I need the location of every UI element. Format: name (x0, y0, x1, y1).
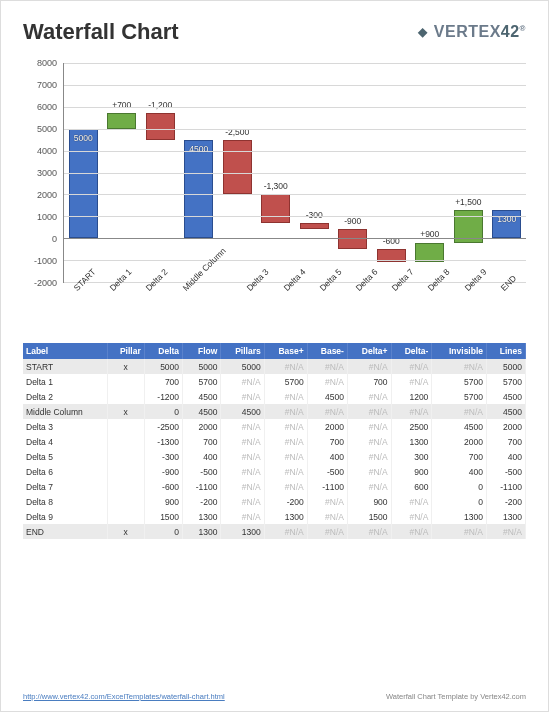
table-cell: -1200 (144, 389, 182, 404)
table-cell: x (107, 404, 144, 419)
table-cell: 700 (487, 434, 526, 449)
table-cell: 2000 (487, 419, 526, 434)
table-cell: -500 (487, 464, 526, 479)
table-cell: #N/A (347, 449, 391, 464)
table-cell: Delta 8 (23, 494, 107, 509)
table-header-row: LabelPillarDeltaFlowPillarsBase+Base-Del… (23, 343, 526, 359)
y-tick-label: 6000 (37, 102, 57, 112)
table-cell: Delta 6 (23, 464, 107, 479)
bar-data-label: 5000 (74, 133, 93, 143)
table-cell: #N/A (221, 449, 264, 464)
table-cell: -900 (144, 464, 182, 479)
table-body: STARTx500050005000#N/A#N/A#N/A#N/A#N/A50… (23, 359, 526, 539)
table-cell: 900 (144, 494, 182, 509)
table-header-cell: Label (23, 343, 107, 359)
table-cell: #N/A (391, 524, 432, 539)
bar-data-label: -1,300 (264, 181, 288, 191)
table-row: Delta 17005700#N/A5700#N/A700#N/A5700570… (23, 374, 526, 389)
bar-blue (69, 129, 98, 239)
table-cell: 5000 (183, 359, 221, 374)
table-cell: 1300 (183, 524, 221, 539)
table-cell: #N/A (307, 494, 347, 509)
table-cell: 2000 (183, 419, 221, 434)
table-cell: 1500 (144, 509, 182, 524)
table-row: Delta 2-12004500#N/A#N/A4500#N/A12005700… (23, 389, 526, 404)
table-cell (107, 479, 144, 494)
table-cell: #N/A (391, 509, 432, 524)
grid-line (64, 216, 526, 217)
grid-line (64, 151, 526, 152)
table-cell: 1200 (391, 389, 432, 404)
table-cell: Delta 3 (23, 419, 107, 434)
table-header-cell: Lines (487, 343, 526, 359)
table-cell (107, 419, 144, 434)
table-cell (107, 464, 144, 479)
footer: http://www.vertex42.com/ExcelTemplates/w… (23, 692, 526, 701)
x-axis-labels: STARTDelta 1Delta 2Middle ColumnDelta 3D… (63, 283, 526, 313)
grid-line (64, 194, 526, 195)
bar-red (338, 229, 367, 249)
table-cell: 700 (144, 374, 182, 389)
table-cell: -1300 (144, 434, 182, 449)
table-cell: 0 (432, 494, 487, 509)
table-cell: 0 (144, 404, 182, 419)
table-cell: 900 (347, 494, 391, 509)
table-cell: 4500 (487, 389, 526, 404)
y-tick-label: -1000 (34, 256, 57, 266)
table-cell: #N/A (221, 509, 264, 524)
table-cell (107, 374, 144, 389)
table-cell: #N/A (264, 359, 307, 374)
table-cell: 700 (307, 434, 347, 449)
table-cell: #N/A (347, 404, 391, 419)
bar-blue (184, 140, 213, 239)
table-cell: 5700 (487, 374, 526, 389)
bar-red (300, 223, 329, 230)
table-cell: #N/A (432, 359, 487, 374)
table-cell: #N/A (347, 524, 391, 539)
table-cell: #N/A (391, 494, 432, 509)
table-cell: 4500 (432, 419, 487, 434)
table-cell: -300 (144, 449, 182, 464)
footer-credit: Waterfall Chart Template by Vertex42.com (386, 692, 526, 701)
logo-text: VERTEX (434, 23, 501, 40)
table-cell: x (107, 524, 144, 539)
grid-line (64, 173, 526, 174)
table-cell: -500 (183, 464, 221, 479)
table-cell: 0 (144, 524, 182, 539)
table-cell: 2000 (307, 419, 347, 434)
table-cell: 4500 (487, 404, 526, 419)
table-cell: 2500 (391, 419, 432, 434)
table-cell: #N/A (221, 479, 264, 494)
table-cell: -200 (487, 494, 526, 509)
table-cell: #N/A (307, 404, 347, 419)
y-tick-label: 2000 (37, 190, 57, 200)
table-cell: #N/A (347, 359, 391, 374)
table-row: Delta 5-300400#N/A#N/A400#N/A300700400 (23, 449, 526, 464)
table-cell: #N/A (221, 419, 264, 434)
table-cell: #N/A (391, 374, 432, 389)
table-header-cell: Delta+ (347, 343, 391, 359)
table-cell: Delta 4 (23, 434, 107, 449)
y-tick-label: 8000 (37, 58, 57, 68)
grid-line (64, 238, 526, 239)
table-header-cell: Flow (183, 343, 221, 359)
y-tick-label: -2000 (34, 278, 57, 288)
footer-link[interactable]: http://www.vertex42.com/ExcelTemplates/w… (23, 692, 225, 701)
table-row: Delta 3-25002000#N/A#N/A2000#N/A25004500… (23, 419, 526, 434)
table-cell: -1100 (487, 479, 526, 494)
table-cell: 4500 (307, 389, 347, 404)
y-axis: -2000-1000010002000300040005000600070008… (23, 63, 61, 283)
waterfall-chart: -2000-1000010002000300040005000600070008… (23, 63, 526, 313)
table-header-cell: Delta- (391, 343, 432, 359)
table-cell: 4500 (183, 404, 221, 419)
table-cell: x (107, 359, 144, 374)
table-cell: Delta 1 (23, 374, 107, 389)
table-cell: 400 (432, 464, 487, 479)
y-tick-label: 5000 (37, 124, 57, 134)
table-cell: #N/A (221, 374, 264, 389)
table-cell: #N/A (307, 374, 347, 389)
bar-red (261, 194, 290, 222)
table-cell: -200 (264, 494, 307, 509)
table-cell: 400 (307, 449, 347, 464)
table-cell: END (23, 524, 107, 539)
